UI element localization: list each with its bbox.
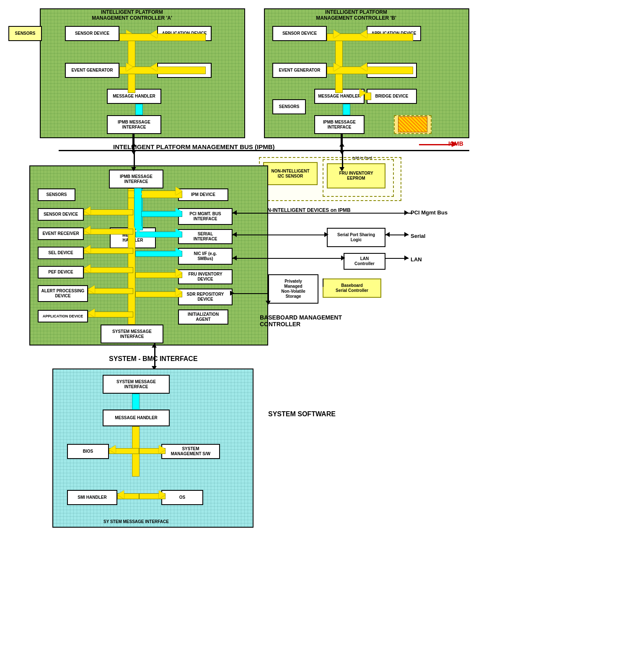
lan-arrowhead-l: [233, 255, 237, 260]
bmc-sensors: SENSORS: [38, 188, 75, 201]
bmc-ipmb-interface: IPMB MESSAGEINTERFACE: [109, 170, 163, 188]
bmc-arrow-fru-r: [176, 268, 182, 277]
serial-label: Serial: [411, 233, 425, 239]
ipmb-bmc-left-v: [134, 150, 135, 170]
ipmca-down-line: [134, 134, 134, 150]
serial-arrowhead-r: [324, 232, 328, 237]
sys-cyan-v: [132, 394, 140, 410]
ipmc-a-top-h-bus: [119, 34, 206, 41]
sdr-priv-arrow: [266, 301, 271, 305]
bmc-cyan-main-up: [134, 188, 142, 195]
bmc-arrow-alert-l: [88, 285, 95, 294]
serial-arrowhead-r2: [404, 232, 409, 237]
bmc-fru-inventory: FRU INVENTORYDEVICE: [178, 269, 233, 284]
bmc-label: BASEBOARD MANAGEMENTCONTROLLER: [260, 314, 342, 327]
non-intelligent-label: NON-INTELLIGENT DEVICES on IPMB: [260, 207, 351, 213]
ipmc-b-ipmb-interface: IPMB MESSAGEINTERFACE: [314, 115, 365, 134]
ipmc-b-arrow-evgen-r: [334, 63, 340, 71]
bmc-yellow-h-alert: [88, 288, 133, 294]
bmc-cyan-arrow-serial: [176, 229, 181, 235]
bmc-alert-processing: ALERT PROCESSINGDEVICE: [38, 285, 88, 302]
pci-mgmt-bus-label: PCI Mgmt Bus: [411, 209, 447, 216]
pci-arrowhead-r: [404, 210, 409, 215]
sys-arrow-smi-l: [117, 490, 124, 499]
ipmc-a-label: INTELLIGENT PLATFORM MANAGEMENT CONTROLL…: [73, 9, 191, 21]
serial-line: [233, 235, 327, 235]
pci-arrowhead-l: [233, 210, 237, 215]
bmc-cyan-arrow-pci: [176, 208, 181, 214]
sys-os: OS: [161, 490, 203, 505]
add-in-card-label: Add-in Card: [352, 156, 372, 160]
serial-port-sharing: Serial Port SharingLogic: [327, 228, 385, 247]
bmc-application-device: APPLICATION DEVICE: [38, 310, 88, 322]
ipmcb-down-line: [342, 134, 343, 150]
pci-line: [233, 213, 413, 214]
sdr-priv-h: [233, 293, 268, 294]
bmc-arrow-event-rec-l: [84, 226, 91, 234]
bmc-arrow-app-l: [88, 309, 95, 317]
bmc-yellow-h-sel: [84, 248, 133, 254]
ipmc-a-arrow-evgen-r: [126, 63, 133, 71]
fru-inventory-eeprom: FRU INVENTORYEEPROM: [327, 163, 385, 188]
sensors-left: SENSORS: [8, 26, 42, 41]
bmc-serial-interface: SERIALINTERFACE: [178, 229, 233, 244]
privately-managed: PrivatelyManagedNon-VolatileStorage: [268, 274, 318, 304]
non-intel-i2c: NON-INTELLIGENTI2C SENSOR: [263, 162, 318, 185]
lan-label: LAN: [411, 256, 422, 263]
sdr-priv-r: [230, 291, 234, 296]
ipmb-bmc-right-arrow: [339, 167, 344, 171]
sys-bmc-arrow-up: [152, 343, 157, 348]
ipmc-a-sensor-device: SENSOR DEVICE: [65, 26, 119, 41]
bmc-arrow-pef-l: [84, 264, 91, 273]
ipmc-b-arrow-ipm-l: [360, 63, 367, 71]
ipmc-b-sensors: SENSORS: [272, 99, 306, 114]
bmc-init-agent: INITIALIZATIONAGENT: [178, 309, 228, 325]
ipmb-bmc-arrow: [131, 167, 136, 171]
lan-line: [233, 258, 344, 259]
bmc-pef-device: PEF DEVICE: [38, 266, 84, 278]
ipmc-b-cyan-bus-v: [343, 104, 350, 115]
ipmb-bus-label: INTELLIGENT PLATFORM MANAGEMENT BUS (IPM…: [113, 143, 275, 150]
bmc-system-msg: SYSTEM MESSAGEINTERFACE: [101, 325, 163, 343]
ipmc-a-event-generator: EVENT GENERATOR: [65, 63, 119, 78]
bmc-yellow-h-sensor-dev: [84, 209, 133, 215]
sys-arrow-bios-l: [109, 445, 116, 454]
ipmb-line-h: [59, 150, 469, 151]
bmc-arrow-sdr-r: [176, 288, 182, 296]
sdr-priv-line: [268, 293, 269, 302]
ipmc-a-ipmb-interface: IPMB MESSAGE INTERFACE: [107, 115, 161, 134]
bmc-nic-if: NIC I/F (e.g.SMBus): [178, 248, 233, 265]
ipmc-a-arrow-ipm-l: [150, 63, 157, 71]
ipmc-b-arrow-app-l: [360, 30, 367, 38]
bmc-pci-mgmt: PCI MGMT. BUSINTERFACE: [178, 208, 233, 225]
bmc-ipm-device: IPM DEVICE: [178, 188, 228, 201]
bmc-yellow-h-event-rec: [84, 229, 133, 235]
icmb-hatch: [398, 116, 427, 132]
bmc-arrow-ipm-r: [176, 187, 182, 195]
sys-arrow-os-r: [159, 490, 166, 499]
bmc-arrow-sensor-dev-l: [84, 206, 91, 215]
ipmc-b-arrow-sensor-r: [334, 30, 340, 38]
system-bmc-label: SYSTEM - BMC INTERFACE: [109, 355, 198, 363]
lan-arrowhead-r2: [404, 255, 409, 260]
bmc-sensor-device: SENSOR DEVICE: [38, 208, 84, 221]
ipmc-a-arrow-app-l: [150, 30, 157, 38]
ipmc-b-event-generator: EVENT GENERATOR: [272, 63, 327, 78]
sys-arrow-mgmt-r: [159, 445, 166, 454]
bmc-sdr-repository: SDR REPOSITORYDEVICE: [178, 289, 233, 305]
sys-smi-handler: SMI HANDLER: [67, 490, 117, 505]
sys-msg-interface-bottom-label: SY STEM MESSAGE INTERFACE: [103, 519, 170, 524]
icmb-arrowhead: [452, 141, 458, 147]
ipmb-bmc-right-v: [342, 150, 343, 170]
sys-msg-interface: SYSTEM MESSAGEINTERFACE: [103, 375, 170, 394]
ipmc-a-cyan-bus-v: [135, 104, 143, 115]
system-software-label: SYSTEM SOFTWARE: [268, 410, 336, 418]
baseboard-serial-controller: BaseboardSerial Controller: [323, 278, 381, 298]
bmc-yellow-h-pef: [84, 267, 133, 273]
ipmc-b-arrow-bridge-r: [360, 89, 366, 97]
sys-message-handler: MESSAGE HANDLER: [103, 410, 170, 426]
main-canvas: INTELLIGENT PLATFORM MANAGEMENT CONTROLL…: [0, 0, 644, 660]
ipmc-b-bridge-device: BRIDGE DEVICE: [367, 89, 417, 104]
bmc-cyan-arrow-nic: [176, 248, 181, 254]
bmc-arrow-sel-l: [84, 245, 91, 253]
